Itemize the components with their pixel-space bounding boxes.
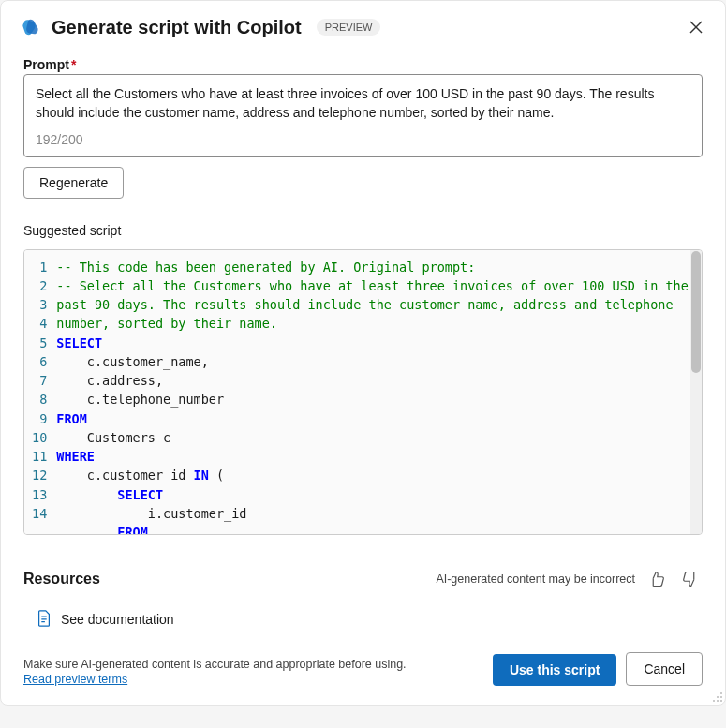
doc-link-label: See documentation — [61, 612, 174, 627]
scrollbar-thumb[interactable] — [691, 251, 701, 373]
read-preview-terms-link[interactable]: Read preview terms — [23, 673, 483, 686]
copilot-script-dialog: Generate script with Copilot PREVIEW Pro… — [0, 0, 726, 706]
see-documentation-link[interactable]: See documentation — [23, 599, 703, 637]
dialog-header: Generate script with Copilot PREVIEW — [1, 1, 725, 46]
thumbs-down-button[interactable] — [678, 567, 703, 591]
close-button[interactable] — [686, 17, 706, 37]
prompt-field: Prompt* Select all the Customers who hav… — [23, 57, 703, 199]
regenerate-button[interactable]: Regenerate — [23, 167, 124, 199]
prompt-input[interactable]: Select all the Customers who have at lea… — [36, 84, 690, 123]
suggested-script-editor[interactable]: 1234567891011121314 -- This code has bee… — [23, 249, 703, 535]
code-content[interactable]: -- This code has been generated by AI. O… — [52, 250, 702, 534]
cancel-button[interactable]: Cancel — [626, 652, 703, 686]
resources-heading: Resources — [23, 571, 100, 587]
dialog-body: Prompt* Select all the Customers who hav… — [1, 46, 725, 637]
thumbs-up-icon — [648, 571, 665, 587]
ai-warning-text: AI-generated content may be incorrect — [436, 572, 635, 586]
line-gutter: 1234567891011121314 — [24, 250, 52, 534]
resize-grip[interactable] — [710, 690, 723, 703]
thumbs-down-icon — [682, 571, 699, 587]
thumbs-up-button[interactable] — [645, 567, 669, 591]
copilot-icon — [20, 16, 42, 38]
svg-point-7 — [720, 700, 722, 702]
document-icon — [37, 610, 52, 630]
svg-point-4 — [720, 696, 722, 698]
close-icon — [689, 21, 703, 34]
preview-badge: PREVIEW — [317, 19, 381, 36]
footer-disclaimer: Make sure AI-generated content is accura… — [23, 658, 483, 671]
dialog-footer: Make sure AI-generated content is accura… — [1, 637, 725, 705]
use-this-script-button[interactable]: Use this script — [493, 654, 616, 686]
svg-point-6 — [717, 700, 719, 702]
svg-point-5 — [713, 700, 715, 702]
prompt-label: Prompt* — [23, 57, 703, 72]
prompt-char-count: 192/200 — [36, 132, 690, 147]
svg-point-2 — [720, 692, 722, 694]
dialog-title: Generate script with Copilot — [52, 17, 302, 38]
prompt-box: Select all the Customers who have at lea… — [23, 74, 703, 157]
scrollbar[interactable] — [690, 250, 702, 534]
resources-row: Resources AI-generated content may be in… — [23, 567, 703, 591]
svg-point-3 — [717, 696, 719, 698]
suggested-script-label: Suggested script — [23, 223, 703, 238]
